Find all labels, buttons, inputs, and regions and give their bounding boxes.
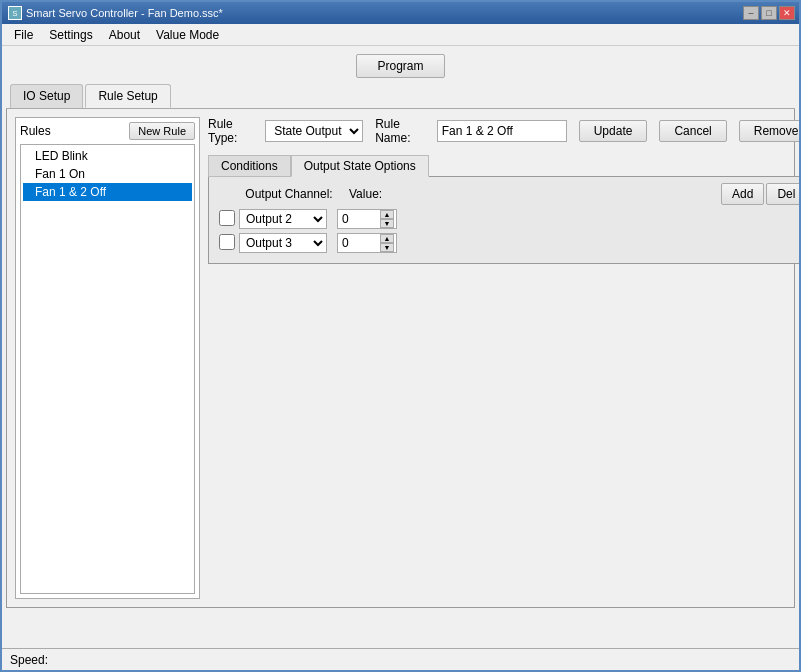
rules-label: Rules [20,124,51,138]
remove-button[interactable]: Remove [739,120,801,142]
tab-io-setup[interactable]: IO Setup [10,84,83,108]
program-button[interactable]: Program [356,54,444,78]
row-1-spin-down[interactable]: ▼ [380,219,394,228]
rule-name-input[interactable] [437,120,567,142]
window-controls: – □ ✕ [743,6,795,20]
tab-rule-setup[interactable]: Rule Setup [85,84,170,108]
title-bar: S Smart Servo Controller - Fan Demo.ssc*… [2,2,799,24]
value-header: Value: [349,187,429,201]
row-2-spin-down[interactable]: ▼ [380,243,394,252]
table-row: Output 3 ▲ ▼ [215,233,801,253]
add-del-buttons: Add Del [721,183,801,205]
table-row: Output 2 ▲ ▼ [215,209,801,229]
minimize-button[interactable]: – [743,6,759,20]
menu-settings[interactable]: Settings [41,26,100,44]
row-1-value-input[interactable] [340,212,380,226]
new-rule-button[interactable]: New Rule [129,122,195,140]
menu-bar: File Settings About Value Mode [2,24,799,46]
window-title: Smart Servo Controller - Fan Demo.ssc* [26,7,223,19]
status-bar: Speed: [2,648,799,670]
list-item[interactable]: LED Blink [23,147,192,165]
row-1-channel-select[interactable]: Output 2 [239,209,327,229]
add-button[interactable]: Add [721,183,764,205]
output-state-content: Output Channel: Value: Add Del [208,176,801,264]
menu-file[interactable]: File [6,26,41,44]
update-button[interactable]: Update [579,120,648,142]
row-2-channel-select[interactable]: Output 3 [239,233,327,253]
row-2-checkbox[interactable] [219,234,235,250]
rule-type-label: Rule Type: [208,117,249,145]
row-2-spin-up[interactable]: ▲ [380,234,394,243]
rule-type-select[interactable]: State Output [265,120,363,142]
app-icon: S [8,6,22,20]
close-button[interactable]: ✕ [779,6,795,20]
main-tab-bar: IO Setup Rule Setup [6,84,795,109]
rules-list: LED Blink Fan 1 On Fan 1 & 2 Off [20,144,195,594]
speed-label: Speed: [10,653,48,667]
row-2-spin-buttons: ▲ ▼ [380,234,394,252]
tab-output-state-options[interactable]: Output State Options [291,155,429,177]
tab-conditions[interactable]: Conditions [208,155,291,177]
rule-meta-row: Rule Type: State Output Rule Name: Updat… [208,117,801,145]
maximize-button[interactable]: □ [761,6,777,20]
row-2-value-spin: ▲ ▼ [337,233,397,253]
menu-value-mode[interactable]: Value Mode [148,26,227,44]
del-button[interactable]: Del [766,183,801,205]
row-1-checkbox[interactable] [219,210,235,226]
output-channel-header: Output Channel: [239,187,339,201]
menu-about[interactable]: About [101,26,148,44]
list-item[interactable]: Fan 1 & 2 Off [23,183,192,201]
table-header-row: Output Channel: Value: Add Del [215,183,801,205]
row-1-spin-buttons: ▲ ▼ [380,210,394,228]
program-area: Program [2,46,799,84]
row-2-value-input[interactable] [340,236,380,250]
list-item[interactable]: Fan 1 On [23,165,192,183]
rule-editor: Rule Type: State Output Rule Name: Updat… [208,117,801,599]
row-1-spin-up[interactable]: ▲ [380,210,394,219]
rule-name-label: Rule Name: [375,117,421,145]
tab-content: Rules New Rule LED Blink Fan 1 On Fan 1 … [6,109,795,608]
cancel-button[interactable]: Cancel [659,120,726,142]
sub-tab-bar: Conditions Output State Options [208,155,801,177]
rules-panel: Rules New Rule LED Blink Fan 1 On Fan 1 … [15,117,200,599]
row-1-value-spin: ▲ ▼ [337,209,397,229]
